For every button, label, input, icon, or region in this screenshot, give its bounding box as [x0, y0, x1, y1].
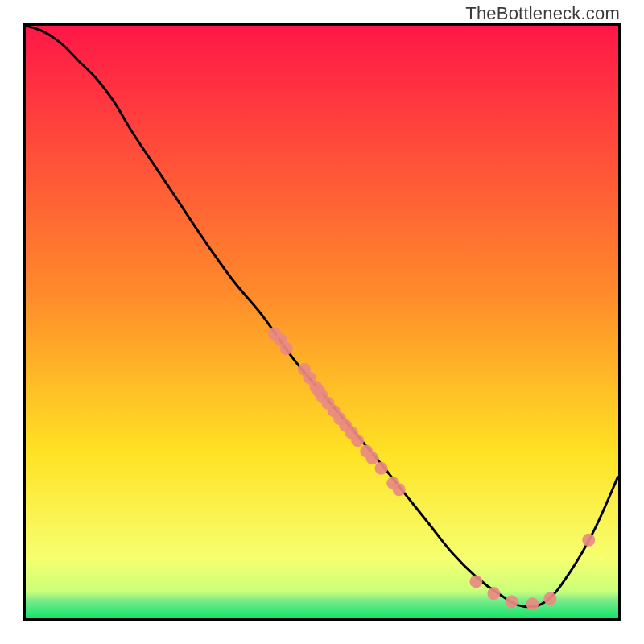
data-point: [526, 597, 539, 610]
data-point: [366, 452, 379, 464]
data-point: [280, 342, 293, 355]
data-point: [469, 575, 482, 588]
data-point: [582, 534, 595, 547]
plot-svg: [26, 26, 618, 618]
data-point: [393, 483, 406, 496]
plot-area: [23, 23, 621, 621]
chart-frame: TheBottleneck.com: [0, 0, 644, 644]
gradient-background: [26, 26, 618, 618]
data-point: [487, 587, 500, 600]
watermark-text: TheBottleneck.com: [465, 3, 620, 24]
data-point: [375, 462, 388, 475]
data-point: [506, 595, 518, 608]
data-point: [543, 592, 556, 605]
data-point: [351, 434, 364, 447]
